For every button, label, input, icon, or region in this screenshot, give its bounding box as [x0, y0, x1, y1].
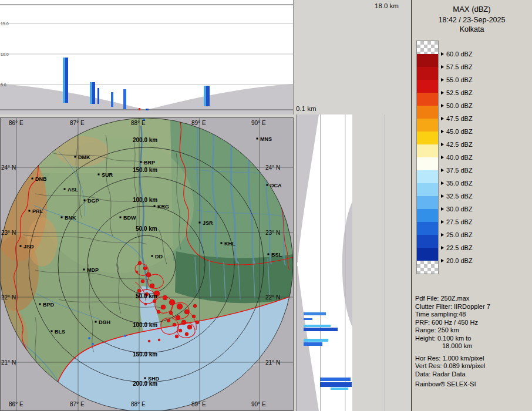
- echo-bar: [206, 86, 210, 106]
- colorbar-block: [417, 144, 438, 157]
- scale-label-text: 27.5 dBZ: [446, 218, 473, 225]
- colorbar-block: [417, 106, 438, 119]
- echo-cell-red: [150, 284, 154, 288]
- echo-bar: [304, 312, 326, 315]
- range-ring-label: 150.0 km: [133, 351, 157, 358]
- echo-cell-red: [158, 339, 160, 341]
- colorbar-block: [417, 235, 438, 248]
- scale-tick-arrow: [441, 194, 444, 198]
- metadata-row: Range: 250 km: [415, 326, 531, 335]
- latitude-label: 24° N: [1, 164, 16, 171]
- longitude-label: 89° E: [191, 401, 206, 407]
- metadata-row: 18.000 km: [415, 342, 531, 351]
- scale-label-text: 20.0 dBZ: [446, 257, 473, 264]
- scale-tick-arrow: [441, 156, 444, 159]
- scale-tick-arrow: [441, 259, 444, 262]
- scale-tick-arrow: [441, 207, 444, 211]
- longitude-label: 88° E: [131, 120, 146, 126]
- echo-bar: [304, 325, 331, 327]
- echo-cell-blue: [124, 335, 126, 337]
- right-height-profile-panel: [297, 114, 352, 411]
- echo-bar: [320, 378, 351, 381]
- echo-cell-red: [175, 335, 179, 338]
- colorbar-block: [417, 261, 438, 274]
- echo-bar: [97, 88, 99, 104]
- echo-cell-red: [167, 319, 170, 322]
- echo-cell-red: [184, 309, 189, 314]
- echo-cell-red: [146, 272, 151, 277]
- city-dot: [75, 156, 76, 158]
- scale-tick-arrow: [441, 233, 444, 237]
- city-dot: [267, 184, 268, 186]
- colorbar-block: [417, 93, 438, 106]
- city-label: KHL: [224, 241, 235, 247]
- max-height-label: 18.0 km: [375, 2, 399, 9]
- city-dot: [257, 138, 258, 140]
- echo-cell-red: [153, 299, 156, 303]
- metadata-row: Data: Radar Data: [415, 370, 531, 379]
- longitude-label: 87° E: [70, 120, 85, 126]
- echo-cell-red: [196, 321, 199, 324]
- right-strip-canvas: [297, 114, 352, 411]
- range-ring-label: 100.0 km: [133, 197, 157, 203]
- scale-label-text: 52.5 dBZ: [446, 89, 473, 96]
- scale-tick-arrow: [441, 246, 444, 250]
- echo-bar: [304, 318, 312, 320]
- colorbar-block: [417, 196, 438, 209]
- colorbar-block: [417, 80, 438, 93]
- echo-bar: [304, 342, 322, 346]
- terrain-hills: [27, 217, 58, 267]
- city-label: DCA: [270, 183, 282, 188]
- latitude-label: 22° N: [265, 294, 280, 301]
- scale-tick-arrow: [441, 104, 444, 107]
- longitude-label: 86° E: [9, 120, 23, 126]
- range-ring-label: 100.0 km: [133, 322, 157, 328]
- city-label: BDW: [123, 215, 136, 221]
- scale-label-text: 35.0 dBZ: [446, 180, 473, 187]
- top-strip-canvas: 15.010.05.0: [0, 0, 294, 114]
- echo-cell-red: [148, 340, 150, 342]
- scale-label: 60.0 dBZ: [441, 50, 473, 58]
- scale-label: 25.0 dBZ: [441, 231, 473, 239]
- scale-label-text: 45.0 dBZ: [446, 128, 473, 135]
- city-dot: [98, 174, 100, 176]
- city-label: BLS: [55, 329, 65, 335]
- scale-tick-arrow: [441, 117, 444, 120]
- scale-label: 42.5 dBZ: [441, 140, 473, 149]
- city-dot: [64, 188, 66, 190]
- city-dot: [84, 200, 86, 201]
- echo-cell-red: [137, 289, 141, 292]
- scale-label: 40.0 dBZ: [441, 153, 473, 161]
- scale-tick-arrow: [441, 91, 444, 95]
- scale-label: 20.0 dBZ: [441, 257, 473, 265]
- echo-bar: [139, 108, 140, 110]
- echo-cell-red: [169, 299, 175, 305]
- longitude-label: 86° E: [9, 401, 23, 407]
- city-label: DD: [155, 254, 163, 260]
- city-label: KRG: [157, 204, 169, 210]
- echo-bar: [304, 328, 338, 331]
- echo-cell-red: [176, 315, 180, 320]
- metadata-row: Pdf File: 250Z.max: [415, 295, 531, 303]
- latitude-label: 22° N: [1, 294, 16, 301]
- city-label: BPD: [43, 302, 55, 308]
- scale-label: 32.5 dBZ: [441, 192, 473, 200]
- scale-label-text: 42.5 dBZ: [446, 141, 473, 148]
- scale-tick-arrow: [441, 143, 444, 146]
- height-tick-label: 10.0: [1, 52, 9, 56]
- latitude-label: 23° N: [1, 230, 16, 236]
- city-label: DGP: [87, 198, 99, 204]
- echo-cell-red: [157, 310, 160, 314]
- echo-bar: [92, 82, 95, 104]
- colorbar-block: [417, 170, 438, 183]
- city-dot: [144, 378, 146, 379]
- scale-label: 52.5 dBZ: [441, 89, 473, 97]
- echo-bar: [331, 388, 348, 390]
- radar-map-canvas: 86° E87° E88° E89° E90° E86° E87° E88° E…: [0, 117, 294, 411]
- city-dot: [268, 254, 270, 255]
- colorbar-block: [417, 54, 438, 67]
- city-dot: [39, 304, 41, 305]
- city-dot: [95, 321, 97, 323]
- colorbar-block: [417, 132, 438, 144]
- metadata-row: Hor Res: 1.000 km/pixel: [415, 355, 531, 363]
